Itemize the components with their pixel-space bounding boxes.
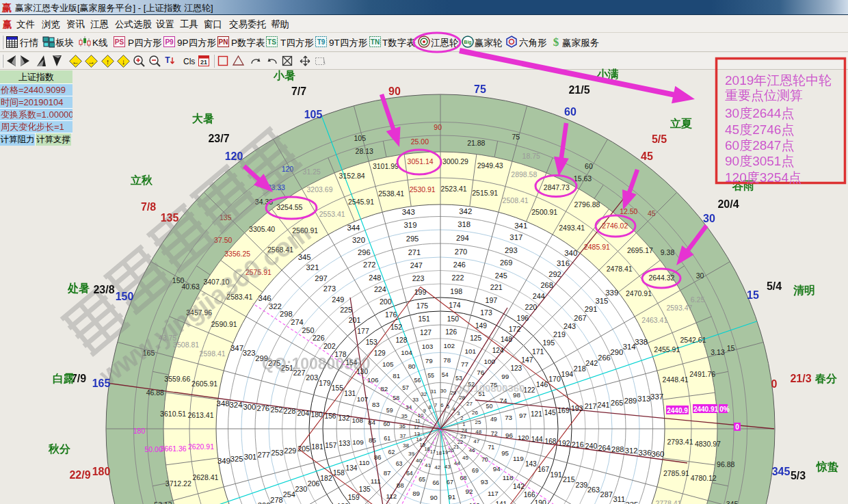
svg-text:30度2644点: 30度2644点 <box>725 106 794 120</box>
svg-text:2019年江恩轮中轮: 2019年江恩轮中轮 <box>725 73 832 88</box>
svg-text:90度3051点: 90度3051点 <box>725 154 794 168</box>
svg-text:120度3254点: 120度3254点 <box>725 170 801 185</box>
svg-text:重要点位测算: 重要点位测算 <box>725 88 803 103</box>
svg-text:45度2746点: 45度2746点 <box>725 122 794 137</box>
svg-text:60度2847点: 60度2847点 <box>725 138 794 152</box>
